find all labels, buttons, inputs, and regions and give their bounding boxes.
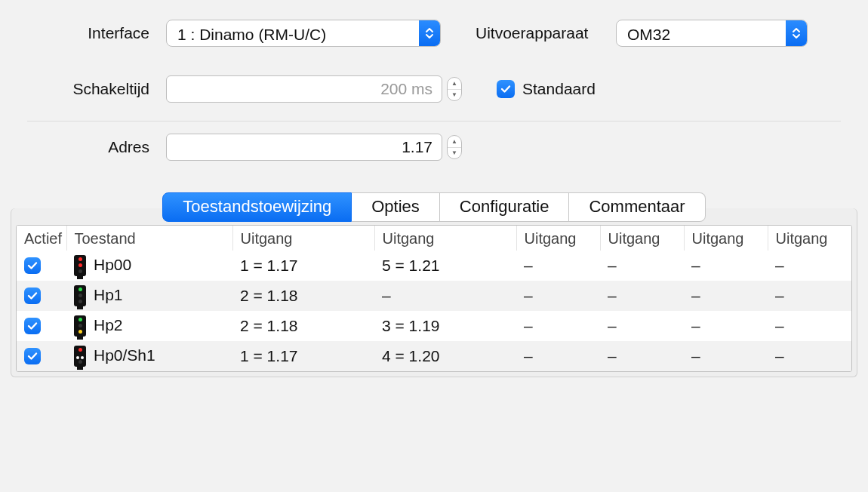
tab-configuration[interactable]: Configuratie — [440, 192, 570, 222]
signal-icon — [74, 255, 86, 276]
output-cell: – — [524, 317, 533, 334]
address-input[interactable]: 1.17 — [166, 134, 442, 161]
col-output3[interactable]: Uitgang — [516, 226, 600, 251]
output-cell: 3 = 1.19 — [382, 317, 439, 334]
switchtime-label: Schakeltijd — [15, 80, 166, 98]
table-row[interactable]: Hp12 = 1.18––––– — [17, 281, 851, 311]
address-label: Adres — [15, 138, 166, 156]
state-assignment-panel: Actief Toestand Uitgang Uitgang Uitgang … — [11, 208, 857, 377]
chevron-down-icon: ▼ — [448, 90, 461, 101]
interface-select[interactable]: 1 : Dinamo (RM-U/C) — [166, 20, 441, 47]
row-active-checkbox[interactable] — [24, 257, 41, 274]
switchtime-input[interactable]: 200 ms — [166, 75, 442, 103]
state-assignment-table: Actief Toestand Uitgang Uitgang Uitgang … — [17, 226, 851, 371]
interface-label: Interface — [15, 24, 166, 42]
col-output2[interactable]: Uitgang — [374, 226, 516, 251]
interface-value: 1 : Dinamo (RM-U/C) — [167, 20, 419, 46]
output-cell: – — [775, 317, 784, 334]
table-row[interactable]: Hp0/Sh11 = 1.174 = 1.20–––– — [17, 341, 851, 371]
col-state[interactable]: Toestand — [66, 226, 232, 251]
chevron-up-down-icon — [786, 20, 807, 46]
output-cell: 2 = 1.18 — [240, 287, 297, 304]
signal-icon — [74, 285, 86, 306]
tab-options[interactable]: Opties — [352, 192, 440, 222]
output-cell: 2 = 1.18 — [240, 317, 297, 334]
chevron-up-icon: ▲ — [448, 136, 461, 148]
divider — [27, 121, 841, 121]
tab-comment[interactable]: Commentaar — [569, 192, 705, 222]
output-cell: 5 = 1.21 — [382, 257, 439, 274]
default-label: Standaard — [522, 80, 596, 98]
output-cell: – — [691, 347, 700, 364]
output-cell: – — [608, 317, 617, 334]
switchtime-value: 200 ms — [380, 80, 432, 98]
signal-icon — [74, 315, 86, 337]
output-cell: – — [691, 287, 700, 304]
col-active[interactable]: Actief — [17, 226, 66, 251]
col-output4[interactable]: Uitgang — [600, 226, 684, 251]
output-cell: – — [524, 257, 533, 274]
output-cell: – — [775, 287, 784, 304]
output-cell: – — [524, 347, 533, 364]
device-label: Uitvoerapparaat — [476, 24, 616, 42]
output-cell: – — [775, 257, 784, 274]
switchtime-stepper[interactable]: ▲ ▼ — [447, 77, 462, 101]
row-active-checkbox[interactable] — [24, 318, 41, 334]
device-select[interactable]: OM32 — [616, 20, 808, 47]
output-cell: – — [691, 257, 700, 274]
state-name: Hp2 — [94, 316, 123, 334]
output-cell: – — [608, 257, 617, 274]
signal-icon — [74, 346, 86, 367]
output-cell: – — [775, 347, 784, 364]
output-cell: – — [524, 287, 533, 304]
table-row[interactable]: Hp22 = 1.183 = 1.19–––– — [17, 311, 851, 341]
device-value: OM32 — [617, 20, 786, 46]
state-name: Hp00 — [94, 256, 131, 273]
address-stepper[interactable]: ▲ ▼ — [447, 135, 462, 159]
table-row[interactable]: Hp001 = 1.175 = 1.21–––– — [17, 251, 851, 281]
row-active-checkbox[interactable] — [24, 288, 41, 304]
output-cell: 4 = 1.20 — [382, 347, 439, 364]
output-cell: – — [608, 287, 617, 304]
col-output5[interactable]: Uitgang — [684, 226, 768, 251]
col-output1[interactable]: Uitgang — [232, 226, 374, 251]
output-cell: – — [608, 347, 617, 364]
output-cell: – — [691, 317, 700, 334]
chevron-up-icon: ▲ — [448, 78, 461, 90]
output-cell: – — [382, 287, 391, 304]
row-active-checkbox[interactable] — [24, 348, 41, 364]
default-checkbox[interactable] — [497, 80, 515, 98]
col-output6[interactable]: Uitgang — [768, 226, 851, 251]
chevron-up-down-icon — [419, 20, 440, 46]
tab-state-assignment[interactable]: Toestandstoewijzing — [162, 192, 352, 222]
state-name: Hp0/Sh1 — [94, 346, 155, 364]
state-name: Hp1 — [94, 286, 123, 303]
output-cell: 1 = 1.17 — [240, 347, 297, 364]
tab-bar: Toestandstoewijzing Opties Configuratie … — [0, 192, 868, 222]
address-value: 1.17 — [402, 138, 432, 156]
output-cell: 1 = 1.17 — [240, 257, 297, 274]
chevron-down-icon: ▼ — [448, 148, 461, 159]
